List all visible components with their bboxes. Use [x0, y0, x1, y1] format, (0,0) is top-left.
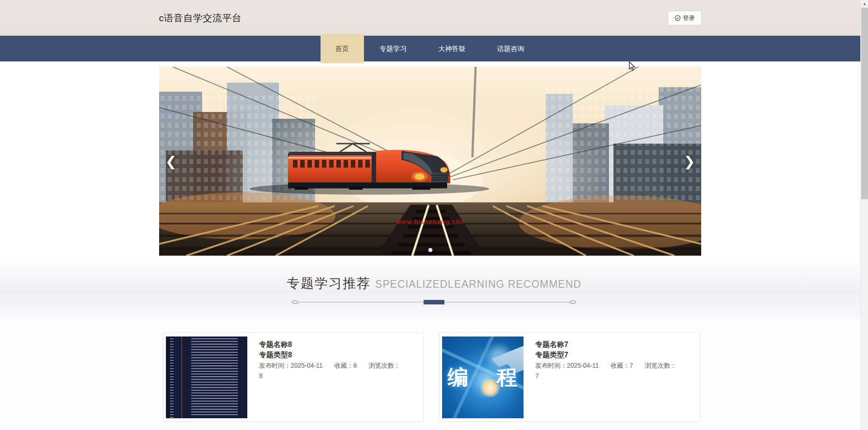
topic-card-image-programming[interactable]: 编 程: [442, 337, 524, 418]
scrollbar-thumb[interactable]: [861, 8, 868, 199]
main-nav: 首页 专题学习 大神答疑 话题咨询: [0, 36, 860, 61]
topic-card-image-code[interactable]: [166, 337, 247, 418]
favorite-count: 收藏：8: [335, 362, 357, 369]
code-gutter: [166, 337, 176, 418]
carousel[interactable]: www.bishebang.site ❮ ❯: [159, 67, 701, 256]
carousel-next-button[interactable]: ❯: [681, 151, 698, 172]
code-lines: [186, 338, 245, 416]
image-char-left: 编: [448, 364, 468, 392]
topic-type: 专题类型8: [259, 350, 415, 360]
topic-cards-row: 专题名称8 专题类型8 发布时间：2025-04-11收藏：8浏览次数：8 编 …: [163, 332, 705, 421]
page: c语音自学交流平台 登录 首页 专题学习 大神答疑 话题咨询: [0, 0, 868, 430]
scrollbar[interactable]: ▲: [860, 0, 868, 430]
login-label: 登录: [683, 14, 695, 22]
code-indent-guide: [181, 337, 182, 418]
topic-card-body: 专题名称8 专题类型8 发布时间：2025-04-11收藏：8浏览次数：8: [247, 333, 423, 421]
topic-card-body: 专题名称7 专题类型7 发布时间：2025-04-11收藏：7浏览次数：7: [524, 333, 699, 421]
publish-time: 发布时间：2025-04-11: [259, 362, 323, 369]
topic-card[interactable]: 编 程 专题名称7 专题类型7 发布时间：2025-04-11收藏：7浏览次数：…: [439, 332, 700, 421]
carousel-dot[interactable]: [428, 248, 432, 252]
favorite-count: 收藏：7: [611, 362, 633, 369]
image-char-right: 程: [496, 364, 517, 392]
topic-meta: 发布时间：2025-04-11收藏：8浏览次数：8: [259, 360, 415, 381]
site-title: c语音自学交流平台: [159, 12, 242, 24]
header-inner: c语音自学交流平台 登录: [159, 0, 702, 36]
topic-card[interactable]: 专题名称8 专题类型8 发布时间：2025-04-11收藏：8浏览次数：8: [163, 332, 424, 421]
site-header: c语音自学交流平台 登录: [0, 0, 860, 36]
section-title-zh: 专题学习推荐: [287, 276, 371, 290]
section-title-en: SPECIALIZEDLEARNING RECOMMEND: [375, 278, 581, 290]
topic-meta: 发布时间：2025-04-11收藏：7浏览次数：7: [535, 360, 691, 381]
publish-time: 发布时间：2025-04-11: [535, 362, 599, 369]
check-circle-icon: [675, 15, 681, 21]
topic-name: 专题名称8: [259, 339, 415, 350]
section-heading: 专题学习推荐SPECIALIZEDLEARNING RECOMMEND: [0, 275, 868, 293]
scrollbar-up-arrow[interactable]: ▲: [861, 0, 868, 8]
nav-tab-home[interactable]: 首页: [321, 34, 364, 63]
nav-inner: 首页 专题学习 大神答疑 话题咨询: [159, 36, 702, 61]
topic-name: 专题名称7: [535, 339, 691, 350]
carousel-prev-button[interactable]: ❮: [163, 151, 179, 172]
nav-tab-expert-qa[interactable]: 大神答疑: [423, 36, 481, 61]
login-button[interactable]: 登录: [668, 11, 702, 25]
carousel-slide-train-image: [159, 67, 701, 256]
section-divider: [0, 299, 868, 305]
nav-tab-topic-learning[interactable]: 专题学习: [364, 36, 423, 61]
topic-type: 专题类型7: [535, 350, 691, 360]
watermark-text: www.bishebang.site: [396, 218, 464, 225]
nav-tab-topic-consult[interactable]: 话题咨询: [481, 36, 540, 61]
